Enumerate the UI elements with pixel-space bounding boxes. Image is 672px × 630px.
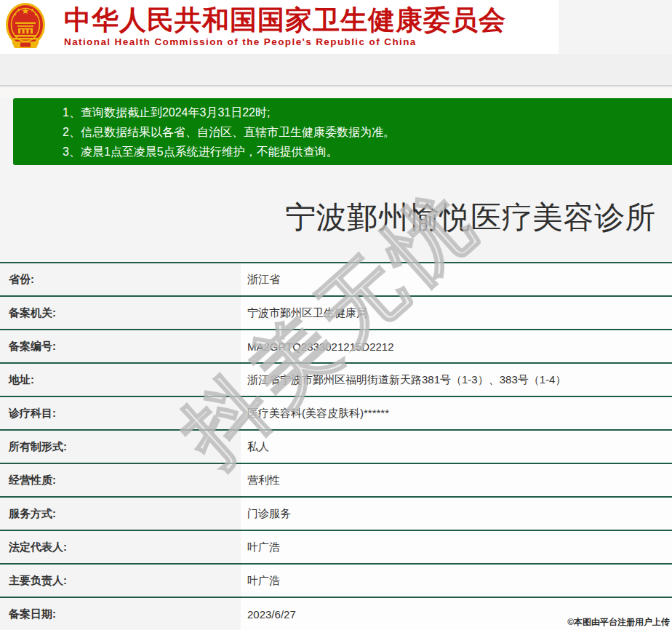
table-row-principal: 主要负责人: 叶广浩 — [0, 565, 672, 598]
table-row-business-nature: 经营性质: 营利性 — [0, 464, 672, 498]
table-row-medical-subjects: 诊疗科目: 医疗美容科(美容皮肤科)****** — [0, 397, 672, 431]
notice-line-2: 2、信息数据结果以各省、自治区、直辖市卫生健康委数据为准。 — [63, 122, 672, 142]
record-table: 省份: 浙江省 备案机关: 宁波市鄞州区卫生健康局 备案编号: MA2GRTQ2… — [0, 262, 672, 630]
row-label: 备案日期: — [0, 598, 241, 630]
row-value: 宁波市鄞州区卫生健康局 — [241, 297, 672, 329]
table-row-province: 省份: 浙江省 — [0, 263, 672, 297]
row-label: 服务方式: — [0, 498, 241, 530]
row-label: 所有制形式: — [0, 431, 241, 463]
upload-copyright-note: ©本图由平台注册用户上传 — [567, 616, 670, 629]
row-value: 叶广浩 — [241, 565, 672, 597]
table-row-legal-representative: 法定代表人: 叶广浩 — [0, 531, 672, 565]
row-value: 门诊服务 — [241, 498, 672, 530]
row-label: 备案编号: — [0, 330, 241, 362]
row-value: 浙江省宁波市鄞州区福明街道新天路381号（1-3）、383号（1-4） — [241, 364, 672, 396]
header-titles: 中华人民共和国国家卫生健康委员会 National Health Commiss… — [64, 5, 506, 49]
row-value: 浙江省 — [241, 263, 672, 295]
table-row-ownership: 所有制形式: 私人 — [0, 431, 672, 464]
table-row-filing-number: 备案编号: MA2GRTQ2333021215D2212 — [0, 330, 672, 364]
site-header: 中华人民共和国国家卫生健康委员会 National Health Commiss… — [0, 0, 559, 54]
org-title-section: 宁波鄞州愉悦医疗美容诊所 — [0, 165, 672, 262]
table-row-address: 地址: 浙江省宁波市鄞州区福明街道新天路381号（1-3）、383号（1-4） — [0, 364, 672, 397]
row-label: 法定代表人: — [0, 531, 241, 563]
site-title-en: National Health Commission of the People… — [64, 36, 506, 49]
row-label: 地址: — [0, 364, 241, 396]
table-row-service-mode: 服务方式: 门诊服务 — [0, 498, 672, 531]
notice-line-1: 1、查询数据截止到2024年3月31日22时; — [63, 103, 672, 122]
row-label: 主要负责人: — [0, 565, 241, 597]
table-row-filing-authority: 备案机关: 宁波市鄞州区卫生健康局 — [0, 297, 672, 330]
row-value: 私人 — [241, 431, 672, 463]
site-title-cn: 中华人民共和国国家卫生健康委员会 — [64, 5, 506, 36]
header-sub-band — [0, 87, 672, 98]
row-label: 备案机关: — [0, 297, 241, 329]
row-value: MA2GRTQ2333021215D2212 — [241, 330, 672, 362]
row-label: 诊疗科目: — [0, 397, 241, 429]
row-value: 医疗美容科(美容皮肤科)****** — [241, 397, 672, 429]
row-value: 叶广浩 — [241, 531, 672, 563]
notice-box: 1、查询数据截止到2024年3月31日22时; 2、信息数据结果以各省、自治区、… — [13, 98, 672, 165]
row-label: 经营性质: — [0, 464, 241, 496]
org-name: 宁波鄞州愉悦医疗美容诊所 — [285, 200, 656, 234]
notice-line-3: 3、凌晨1点至凌晨5点系统进行维护，不能提供查询。 — [63, 142, 672, 162]
header-divider-band — [0, 54, 672, 87]
row-value: 营利性 — [241, 464, 672, 496]
row-label: 省份: — [0, 263, 241, 295]
china-national-emblem-icon — [6, 3, 45, 51]
